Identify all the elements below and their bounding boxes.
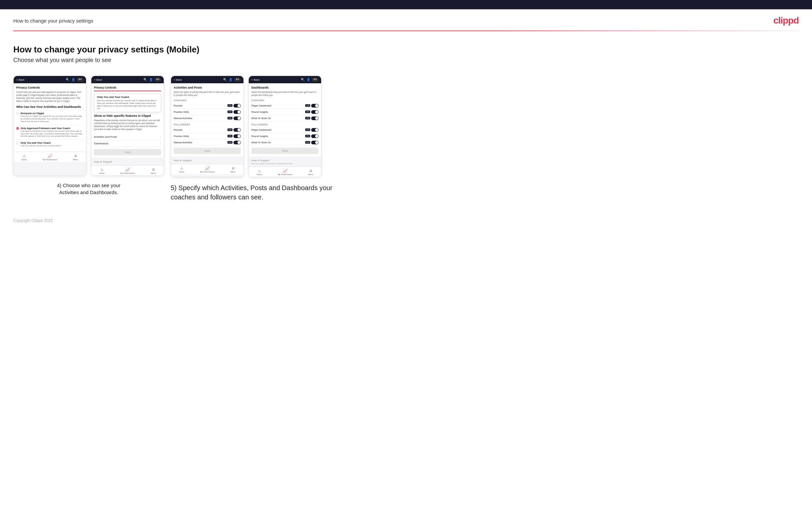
dashboards-row[interactable]: Dashboards ›	[94, 140, 161, 147]
screen4-nav: < Back 🔍 👤 ⊕▾	[249, 76, 321, 83]
screen1-back-btn[interactable]: < Back	[16, 78, 24, 81]
home-label2: Home	[99, 172, 105, 174]
chevron-right-icon: ›	[160, 135, 161, 138]
search-icon3[interactable]: 🔍	[223, 78, 227, 81]
home-label4: Home	[257, 174, 262, 175]
nav-menu[interactable]: ≡ Menu	[73, 154, 78, 161]
follower-round-insights-label: Round Insights	[251, 135, 268, 138]
screen4-nav-icons: 🔍 👤 ⊕▾	[301, 78, 318, 81]
radio-only-you[interactable]	[16, 142, 19, 144]
help-desc4: Visit our Clippd community to troublesho…	[251, 163, 318, 165]
nav-performance3[interactable]: 📈 My Performance	[200, 166, 214, 173]
dashboards-desc: Select the dashboards that you'd like to…	[251, 91, 318, 97]
follower-what-to-work-label: What To Work On	[251, 141, 271, 144]
on-badge-c3: ON	[227, 117, 233, 119]
toggle-follower-player-dash[interactable]	[311, 128, 318, 132]
follower-player-dash-row: Player Dashboard ON	[251, 127, 318, 133]
toggle-coach-rounds[interactable]	[234, 104, 241, 108]
help-label4: Help & Support	[251, 159, 269, 162]
home-icon4: ⌂	[258, 169, 260, 173]
coach-round-insights-label: Round Insights	[251, 111, 268, 113]
profile-icon3[interactable]: 👤	[229, 78, 233, 81]
save-button3[interactable]: Save	[174, 148, 241, 154]
screen3-back-btn[interactable]: < Back	[174, 78, 182, 81]
on-badge-f1: ON	[227, 128, 233, 131]
coach-rounds-row: Rounds ON	[174, 103, 241, 109]
toggle-follower-rounds[interactable]	[234, 128, 241, 132]
coach-manual-label: Manual Activities	[174, 117, 192, 120]
menu-label: Menu	[73, 159, 78, 161]
more-options-icon4[interactable]: ⊕▾	[312, 78, 318, 81]
search-icon4[interactable]: 🔍	[301, 78, 305, 81]
follower-round-insights-row: Round Insights ON	[251, 133, 318, 139]
on-badge-fd3: ON	[305, 141, 310, 144]
option-only-you[interactable]: Only You and Your Coach Only you and the…	[16, 139, 83, 149]
privacy-dropdown[interactable]: Only You and Your Coach Only you and the…	[94, 93, 161, 112]
save-button2[interactable]: Save	[94, 149, 161, 155]
performance-icon4: 📈	[283, 169, 288, 173]
nav-menu4[interactable]: ≡ Menu	[308, 169, 313, 175]
left-caption-text: 4) Choose who can see your Activities an…	[52, 182, 125, 196]
screen2-nav: < Back 🔍 👤 ⊕▾	[91, 76, 164, 83]
nav-home[interactable]: ⌂ Home	[21, 154, 27, 161]
nav-home4[interactable]: ⌂ Home	[257, 169, 262, 175]
page-title: How to change your privacy settings (Mob…	[13, 45, 799, 55]
privacy-controls-tab[interactable]: Privacy Controls	[94, 86, 161, 91]
activities-posts-desc: Select the types of activity that you'd …	[174, 91, 241, 97]
toggle-coach-manual[interactable]	[234, 116, 241, 120]
screen1-body: Privacy Controls Control how you and you…	[14, 83, 86, 152]
nav-performance2[interactable]: 📈 My Performance	[120, 167, 135, 174]
show-hide-desc: Regardless of the privacy controls that …	[94, 119, 161, 131]
help-support4: Help & Support Visit our Clippd communit…	[249, 157, 321, 167]
menu-icon2: ≡	[152, 167, 154, 172]
search-icon2[interactable]: 🔍	[143, 78, 147, 81]
nav-home2[interactable]: ⌂ Home	[99, 167, 105, 174]
radio-everyone[interactable]	[16, 112, 19, 115]
option-everyone[interactable]: Everyone on Clippd Everyone on Clippd ca…	[16, 110, 83, 124]
menu-icon3: ≡	[232, 166, 234, 171]
more-options-icon2[interactable]: ⊕▾	[154, 78, 161, 81]
more-options-icon3[interactable]: ⊕▾	[234, 78, 241, 81]
home-icon3: ⌂	[180, 166, 183, 171]
toggle-follower-round-insights[interactable]	[311, 134, 318, 138]
toggle-follower-manual[interactable]	[234, 141, 241, 144]
search-icon[interactable]: 🔍	[65, 78, 69, 81]
profile-icon[interactable]: 👤	[71, 78, 75, 81]
performance-icon2: 📈	[125, 167, 130, 172]
radio-approved[interactable]	[16, 127, 19, 130]
screen3-body: Activities and Posts Select the types of…	[171, 83, 244, 157]
coach-round-insights-row: Round Insights ON	[251, 109, 318, 115]
help-support3: Help & Support	[171, 157, 244, 164]
toggle-follower-what-to-work[interactable]	[311, 141, 318, 144]
screen4-bottom-nav: ⌂ Home 📈 My Performance ≡ Menu	[249, 167, 321, 177]
on-badge-cd3: ON	[305, 117, 310, 119]
profile-icon2[interactable]: 👤	[149, 78, 153, 81]
top-bar	[0, 0, 812, 9]
follower-rounds-row: Rounds ON	[174, 127, 241, 133]
screen4-back-btn[interactable]: < Back	[251, 78, 260, 81]
left-pair: < Back 🔍 👤 ⊕▾ Privacy Controls Control h…	[13, 76, 164, 196]
toggle-coach-drills[interactable]	[234, 110, 241, 114]
profile-icon4[interactable]: 👤	[306, 78, 310, 81]
coach-player-dash-row: Player Dashboard ON	[251, 103, 318, 109]
logo: clippd	[773, 15, 799, 26]
follower-drills-row: Practice Drills ON	[174, 133, 241, 139]
header: How to change your privacy settings clip…	[0, 9, 812, 31]
right-caption-text: 5) Specify which Activities, Posts and D…	[171, 183, 337, 202]
performance-icon: 📈	[48, 154, 52, 158]
nav-menu2[interactable]: ≡ Menu	[151, 167, 156, 174]
nav-menu3[interactable]: ≡ Menu	[231, 166, 236, 173]
nav-performance[interactable]: 📈 My Performance	[43, 154, 57, 161]
toggle-coach-what-to-work[interactable]	[311, 116, 318, 120]
toggle-coach-round-insights[interactable]	[311, 110, 318, 114]
screen2-back-btn[interactable]: < Back	[94, 78, 102, 81]
nav-home3[interactable]: ⌂ Home	[179, 166, 184, 173]
option-approved[interactable]: Only Approved Followers and Your Coach O…	[16, 125, 83, 139]
activities-posts-row[interactable]: Activities and Posts ›	[94, 134, 161, 140]
save-button4[interactable]: Save	[251, 148, 318, 154]
nav-performance4[interactable]: 📈 My Performance	[277, 169, 292, 175]
toggle-follower-drills[interactable]	[234, 134, 241, 138]
home-icon: ⌂	[23, 154, 25, 158]
toggle-coach-player-dash[interactable]	[311, 104, 318, 108]
more-options-icon[interactable]: ⊕▾	[77, 78, 83, 81]
